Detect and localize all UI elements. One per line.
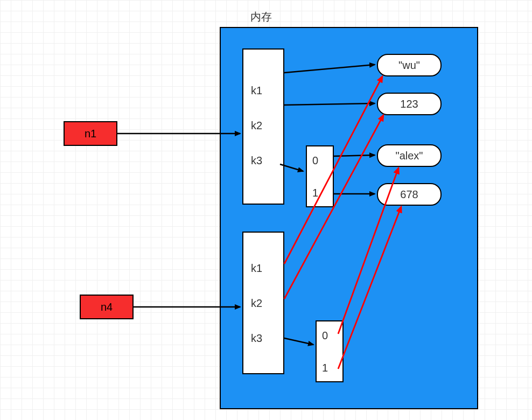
value-123-label: 123 [400, 98, 418, 110]
value-wu: "wu" [377, 54, 442, 76]
dict2-k2: k2 [251, 297, 262, 310]
dict2-k1: k1 [251, 262, 262, 275]
list2-index0: 0 [322, 330, 328, 342]
value-123: 123 [377, 93, 442, 115]
value-alex: "alex" [377, 144, 442, 167]
value-678: 678 [377, 183, 442, 206]
variable-n4: n4 [80, 295, 134, 319]
dict2-k3: k3 [251, 332, 262, 345]
list2-index1: 1 [322, 362, 328, 374]
value-wu-label: "wu" [398, 59, 420, 72]
dict2-box: k1 k2 k3 [242, 232, 284, 374]
dict1-k1: k1 [251, 85, 262, 97]
list1-box: 0 1 [306, 145, 334, 207]
list2-box: 0 1 [316, 320, 344, 382]
memory-title: 内存 [250, 10, 272, 24]
diagram-layer: 内存 n1 n4 k1 k2 k3 k1 k2 k3 0 1 0 1 "wu" … [0, 0, 532, 420]
value-678-label: 678 [400, 188, 418, 201]
variable-n1-label: n1 [85, 128, 96, 140]
variable-n1: n1 [64, 121, 117, 146]
value-alex-label: "alex" [396, 150, 423, 162]
list1-index1: 1 [312, 187, 318, 199]
variable-n4-label: n4 [101, 301, 113, 313]
dict1-box: k1 k2 k3 [242, 48, 284, 205]
dict1-k2: k2 [251, 120, 262, 132]
list1-index0: 0 [312, 155, 318, 167]
dict1-k3: k3 [251, 155, 262, 167]
